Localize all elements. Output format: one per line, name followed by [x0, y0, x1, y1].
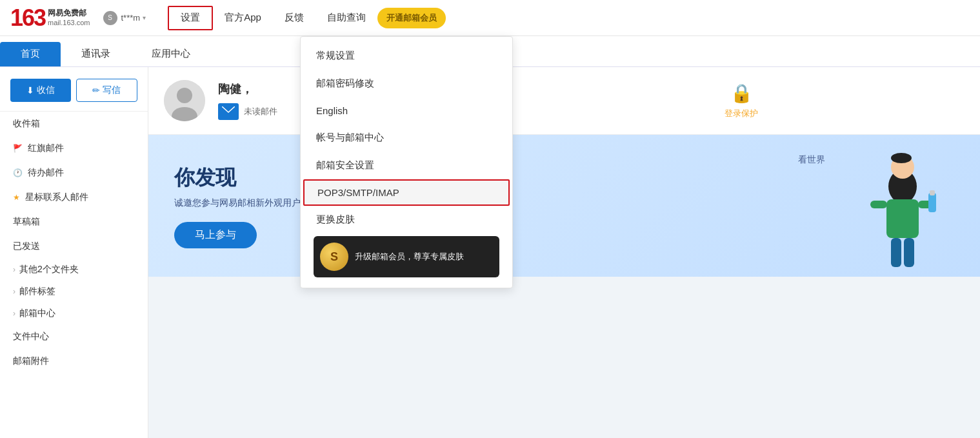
dropdown-item-english[interactable]: English — [301, 97, 512, 124]
sidebar-item-mail-attachment[interactable]: 邮箱附件 — [0, 349, 148, 373]
dropdown-item-pop3[interactable]: POP3/SMTP/IMAP — [303, 179, 510, 206]
avatar — [164, 80, 205, 121]
user-email: t***m — [121, 13, 141, 23]
mail-icon-box — [218, 103, 239, 120]
svg-rect-7 — [886, 199, 919, 238]
login-protection-widget[interactable]: 🔒 登录保护 — [725, 83, 758, 119]
tab-app-center[interactable]: 应用中心 — [131, 42, 211, 66]
star-icon: ★ — [13, 193, 20, 202]
nav-vip-btn[interactable]: 开通邮箱会员 — [377, 8, 446, 28]
dropdown-item-skin[interactable]: 更换皮肤 — [301, 206, 512, 234]
dropdown-item-general[interactable]: 常规设置 — [301, 42, 512, 70]
banner-left: 你发现 诚邀您参与网易邮相新外观用户调研 马上参与 — [174, 164, 319, 248]
unread-text: 未读邮件 — [244, 106, 277, 117]
arrow-icon-center: › — [13, 309, 15, 318]
nav-settings[interactable]: 设置 — [168, 6, 213, 30]
tab-contacts[interactable]: 通讯录 — [61, 42, 131, 66]
sidebar-item-mail-center[interactable]: › 邮箱中心 — [0, 303, 148, 324]
sidebar-item-flag[interactable]: 🚩 红旗邮件 — [0, 136, 148, 161]
flag-icon: 🚩 — [13, 144, 23, 153]
content-area: 陶健， 未读邮件 🔒 登录保护 — [148, 67, 980, 438]
sidebar-item-file-center[interactable]: 文件中心 — [0, 324, 148, 349]
sidebar-actions: ⬇ 收信 ✏ 写信 — [0, 72, 148, 112]
arrow-icon-tags: › — [13, 287, 15, 296]
dropdown-item-password[interactable]: 邮箱密码修改 — [301, 70, 512, 97]
svg-rect-12 — [928, 193, 936, 212]
sidebar-item-mail-tags[interactable]: › 邮件标签 — [0, 281, 148, 303]
skin-preview[interactable]: S 升级邮箱会员，尊享专属皮肤 — [314, 236, 499, 277]
coin-icon: S — [103, 11, 117, 25]
svg-rect-8 — [870, 201, 887, 208]
banner-title: 你发现 — [174, 164, 319, 192]
banner-cta-button[interactable]: 马上参与 — [174, 222, 257, 248]
write-button[interactable]: ✏ 写信 — [76, 79, 138, 102]
logo-line1: 网易免费邮 — [48, 8, 90, 19]
dropdown-item-security[interactable]: 邮箱安全设置 — [301, 152, 512, 179]
settings-dropdown: 常规设置 邮箱密码修改 English 帐号与邮箱中心 邮箱安全设置 POP3/… — [300, 36, 513, 288]
sidebar-item-sent[interactable]: 已发送 — [0, 234, 148, 259]
svg-rect-13 — [930, 190, 935, 195]
banner-area: 你发现 诚邀您参与网易邮相新外观用户调研 马上参与 看世界 — [148, 135, 980, 277]
nav-self-help[interactable]: 自助查询 — [315, 0, 377, 36]
sidebar-item-inbox[interactable]: 收件箱 — [0, 112, 148, 136]
logo-area: 163 网易免费邮 mail.163.com — [10, 6, 90, 30]
dropdown-item-account[interactable]: 帐号与邮箱中心 — [301, 124, 512, 152]
banner-right-label: 看世界 — [798, 154, 825, 166]
sidebar-item-todo[interactable]: 🕐 待办邮件 — [0, 161, 148, 185]
sidebar: ⬇ 收信 ✏ 写信 收件箱 🚩 红旗邮件 🕐 待办邮件 ★ 星标联系人邮件 草稿… — [0, 67, 148, 438]
logo-line2: mail.163.com — [48, 18, 90, 27]
skin-preview-text: 升级邮箱会员，尊享专属皮肤 — [355, 251, 464, 263]
user-dropdown-arrow[interactable]: ▾ — [143, 14, 146, 21]
top-nav: 设置 官方App 反馈 自助查询 开通邮箱会员 — [168, 0, 446, 36]
nav-feedback[interactable]: 反馈 — [273, 0, 315, 36]
skin-coin-icon: S — [320, 243, 348, 271]
inbox-button[interactable]: ⬇ 收信 — [10, 79, 71, 102]
svg-point-6 — [891, 153, 912, 163]
header: 163 网易免费邮 mail.163.com S t***m ▾ 设置 官方Ap… — [0, 0, 980, 36]
banner-subtitle: 诚邀您参与网易邮相新外观用户调研 — [174, 197, 319, 209]
sidebar-item-starred[interactable]: ★ 星标联系人邮件 — [0, 185, 148, 210]
clock-icon: 🕐 — [13, 168, 23, 177]
user-area[interactable]: S t***m ▾ — [103, 11, 146, 25]
arrow-icon-other: › — [13, 265, 15, 274]
svg-point-1 — [177, 88, 192, 103]
tab-home[interactable]: 首页 — [0, 42, 61, 66]
person-illustration — [851, 148, 954, 277]
lock-icon: 🔒 — [730, 83, 753, 104]
logo-text: 网易免费邮 mail.163.com — [48, 8, 90, 28]
nav-official-app[interactable]: 官方App — [213, 0, 273, 36]
logo-163: 163 — [10, 6, 45, 30]
login-protection-label: 登录保护 — [725, 108, 758, 119]
welcome-card: 陶健， 未读邮件 🔒 登录保护 — [148, 67, 980, 135]
svg-rect-10 — [891, 238, 901, 267]
sidebar-item-draft[interactable]: 草稿箱 — [0, 210, 148, 234]
svg-rect-11 — [904, 238, 914, 267]
coin-label: S — [108, 14, 112, 21]
sidebar-item-other-folders[interactable]: › 其他2个文件夹 — [0, 259, 148, 281]
